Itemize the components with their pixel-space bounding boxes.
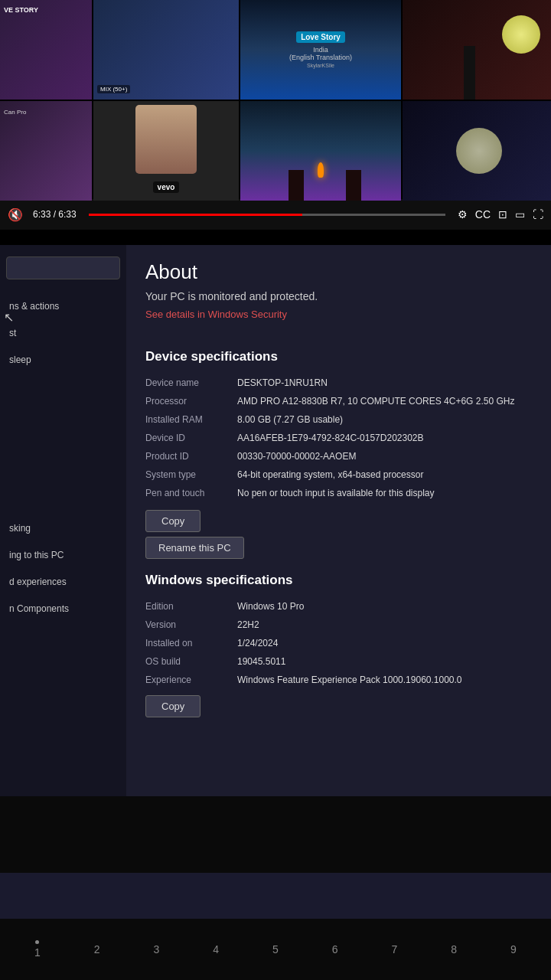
settings-icon[interactable]: ⚙ <box>458 208 468 220</box>
rename-button[interactable]: Rename this PC <box>145 537 244 559</box>
spec-value-product-id: 00330-70000-00002-AAOEM <box>237 447 532 466</box>
win-spec-value-edition: Windows 10 Pro <box>237 597 532 616</box>
win-spec-label-experience: Experience <box>145 671 237 689</box>
progress-fill <box>89 214 303 216</box>
ve-story-label: VE STORY <box>4 6 38 14</box>
spec-value-pen-touch: No pen or touch input is available for t… <box>237 484 532 502</box>
spec-row-pen-touch: Pen and touch No pen or touch input is a… <box>145 484 532 502</box>
taskbar-num-8[interactable]: 8 <box>451 943 457 956</box>
sidebar-item-sleep[interactable]: sleep <box>0 348 126 371</box>
love-story-subtitle2: (English Translation) <box>289 54 352 61</box>
captions-icon[interactable]: CC <box>475 208 491 220</box>
fullscreen-icon[interactable]: ⛶ <box>533 208 543 220</box>
spec-value-system-type: 64-bit operating system, x64-based proce… <box>237 466 532 484</box>
win-spec-value-experience: Windows Feature Experience Pack 1000.190… <box>237 671 532 689</box>
win-spec-row-os-build: OS build 19045.5011 <box>145 652 532 671</box>
spec-value-ram: 8.00 GB (7.27 GB usable) <box>237 410 532 429</box>
taskbar-num-3[interactable]: 3 <box>154 943 160 956</box>
sidebar-item-actions[interactable]: ns & actions <box>0 295 126 318</box>
security-link[interactable]: See details in Windows Security <box>145 309 287 320</box>
copy-button-2[interactable]: Copy <box>145 695 201 717</box>
spec-row-ram: Installed RAM 8.00 GB (7.27 GB usable) <box>145 410 532 429</box>
settings-section: ↖ ns & actions st sleep sking ing to thi… <box>0 245 551 796</box>
taskbar-num-5[interactable]: 5 <box>272 943 279 956</box>
video-controls: 🔇 6:33 / 6:33 ⚙ CC ⊡ ▭ ⛶ <box>0 199 551 230</box>
thumb-5[interactable]: Can Pro <box>0 101 92 201</box>
taskbar-num-2[interactable]: 2 <box>94 943 100 956</box>
win-spec-row-edition: Edition Windows 10 Pro <box>145 597 532 616</box>
sidebar: ↖ ns & actions st sleep sking ing to thi… <box>0 245 126 796</box>
love-story-watermark: SkylarKSlle <box>307 63 334 68</box>
dot-1 <box>35 940 39 944</box>
volume-icon[interactable]: 🔇 <box>8 207 23 222</box>
about-title: About <box>145 260 532 284</box>
spec-value-device-name: DESKTOP-1NRU1RN <box>237 374 532 392</box>
spec-label-pen-touch: Pen and touch <box>145 484 237 502</box>
love-story-badge: Love Story <box>296 31 345 43</box>
taskbar: 1 2 3 4 5 6 7 8 9 <box>0 919 551 980</box>
gap-area <box>0 796 551 873</box>
spec-row-device-name: Device name DESKTOP-1NRU1RN <box>145 374 532 392</box>
win-spec-label-edition: Edition <box>145 597 237 616</box>
progress-bar[interactable] <box>89 214 445 216</box>
spec-row-device-id: Device ID AA16AFEB-1E79-4792-824C-0157D2… <box>145 429 532 447</box>
win-spec-label-os-build: OS build <box>145 652 237 671</box>
spec-row-processor: Processor AMD PRO A12-8830B R7, 10 COMPU… <box>145 392 532 410</box>
vevo-label: vevo <box>153 181 180 193</box>
spec-label-ram: Installed RAM <box>145 410 237 429</box>
love-story-subtitle: India <box>313 46 328 54</box>
taskbar-num-7[interactable]: 7 <box>392 943 398 956</box>
love-story-thumb[interactable]: Love Story India (English Translation) S… <box>240 0 401 100</box>
cursor-icon: ↖ <box>4 310 14 325</box>
thumb-2[interactable]: MIX (50+) <box>93 0 239 100</box>
sidebar-search-box[interactable] <box>6 256 120 279</box>
time-display: 6:33 / 6:33 <box>33 209 77 220</box>
thumb-7[interactable] <box>240 101 401 201</box>
spec-label-product-id: Product ID <box>145 447 237 466</box>
thumb-8[interactable] <box>403 101 551 201</box>
win-spec-row-experience: Experience Windows Feature Experience Pa… <box>145 671 532 689</box>
spec-value-device-id: AA16AFEB-1E79-4792-824C-0157D202302B <box>237 429 532 447</box>
win-spec-row-installed: Installed on 1/24/2024 <box>145 634 532 652</box>
sidebar-item-st[interactable]: st <box>0 322 126 345</box>
windows-spec-title: Windows specifications <box>145 573 532 588</box>
taskbar-num-9[interactable]: 9 <box>510 943 517 956</box>
spec-label-system-type: System type <box>145 466 237 484</box>
thumb-6[interactable]: vevo <box>93 101 239 201</box>
win-spec-value-version: 22H2 <box>237 616 532 634</box>
win-spec-value-os-build: 19045.5011 <box>237 652 532 671</box>
win-spec-value-installed: 1/24/2024 <box>237 634 532 652</box>
right-controls: ⚙ CC ⊡ ▭ ⛶ <box>458 208 543 220</box>
pip-icon[interactable]: ⊡ <box>498 208 507 220</box>
win-spec-label-version: Version <box>145 616 237 634</box>
spec-label-device-id: Device ID <box>145 429 237 447</box>
copy-button[interactable]: Copy <box>145 510 201 532</box>
protected-text: Your PC is monitored and protected. <box>145 290 532 302</box>
spec-value-processor: AMD PRO A12-8830B R7, 10 COMPUTE CORES 4… <box>237 392 532 410</box>
youtube-section: VE STORY MIX (50+) Love Story India (Eng… <box>0 0 551 245</box>
video-grid: VE STORY MIX (50+) Love Story India (Eng… <box>0 0 551 199</box>
sidebar-item-components[interactable]: n Components <box>0 597 126 620</box>
taskbar-num-6[interactable]: 6 <box>332 943 338 956</box>
thumb-1[interactable]: VE STORY <box>0 0 92 100</box>
thumb-4[interactable] <box>403 0 551 100</box>
sidebar-item-sking[interactable]: sking <box>0 517 126 540</box>
win-spec-row-version: Version 22H2 <box>145 616 532 634</box>
taskbar-num-4[interactable]: 4 <box>213 943 219 956</box>
spec-row-system-type: System type 64-bit operating system, x64… <box>145 466 532 484</box>
sidebar-item-ing-to-pc[interactable]: ing to this PC <box>0 544 126 567</box>
spec-row-product-id: Product ID 00330-70000-00002-AAOEM <box>145 447 532 466</box>
taskbar-num-1[interactable]: 1 <box>34 940 41 959</box>
sidebar-item-experiences[interactable]: d experiences <box>0 570 126 593</box>
main-content: About Your PC is monitored and protected… <box>126 245 551 796</box>
win-spec-table: Edition Windows 10 Pro Version 22H2 Inst… <box>145 597 532 689</box>
spec-label-processor: Processor <box>145 392 237 410</box>
mix-label: MIX (50+) <box>97 85 130 93</box>
spec-table: Device name DESKTOP-1NRU1RN Processor AM… <box>145 374 532 502</box>
win-spec-label-installed: Installed on <box>145 634 237 652</box>
spec-label-device-name: Device name <box>145 374 237 392</box>
device-spec-title: Device specifications <box>145 349 532 364</box>
theater-icon[interactable]: ▭ <box>515 208 525 220</box>
